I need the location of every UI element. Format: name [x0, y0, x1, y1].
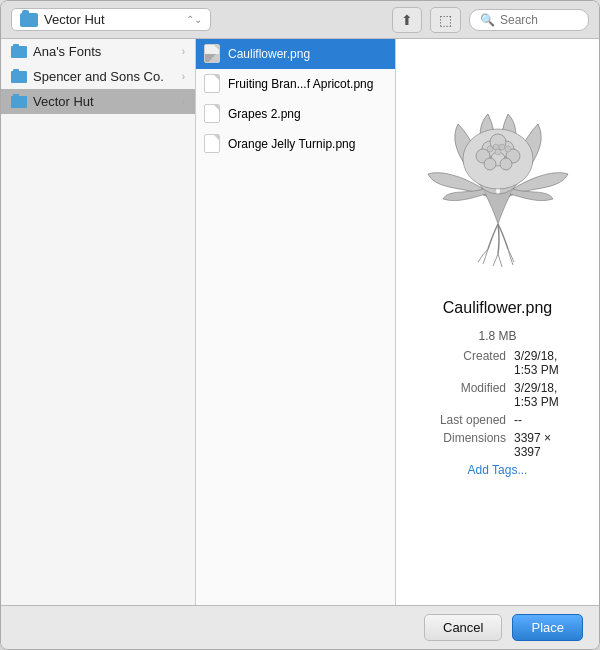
sidebar-item-label: Vector Hut [33, 94, 176, 109]
main-content: Ana's Fonts › Spencer and Sons Co. › Vec… [1, 39, 599, 605]
sidebar-item-label: Spencer and Sons Co. [33, 69, 176, 84]
folder-icon [11, 71, 27, 83]
place-button[interactable]: Place [512, 614, 583, 641]
file-name: Grapes 2.png [228, 107, 387, 121]
value-modified: 3/29/18, 1:53 PM [514, 381, 579, 409]
file-name: Orange Jelly Turnip.png [228, 137, 387, 151]
cancel-button[interactable]: Cancel [424, 614, 502, 641]
cauliflower-svg [418, 64, 578, 274]
sidebar-item-spencer-sons[interactable]: Spencer and Sons Co. › [1, 64, 195, 89]
file-icon [204, 74, 222, 94]
value-last-opened: -- [514, 413, 522, 427]
chevron-updown-icon: ⌃⌄ [186, 14, 202, 25]
file-icon [204, 134, 222, 154]
label-created: Created [416, 349, 506, 377]
bottom-bar: Cancel Place [1, 605, 599, 649]
value-created: 3/29/18, 1:53 PM [514, 349, 579, 377]
preview-image [413, 59, 583, 279]
meta-row-modified: Modified 3/29/18, 1:53 PM [416, 381, 579, 409]
file-icon [204, 104, 222, 124]
sidebar-item-label: Ana's Fonts [33, 44, 176, 59]
file-list: Cauliflower.png Fruiting Bran...f Aprico… [196, 39, 396, 605]
svg-point-8 [500, 158, 512, 170]
folder-icon [11, 96, 27, 108]
file-item-cauliflower[interactable]: Cauliflower.png [196, 39, 395, 69]
folder-selector[interactable]: Vector Hut ⌃⌄ [11, 8, 211, 31]
file-item-fruiting-bran[interactable]: Fruiting Bran...f Apricot.png [196, 69, 395, 99]
folder-icon [20, 13, 38, 27]
meta-row-dimensions: Dimensions 3397 × 3397 [416, 431, 579, 459]
sidebar-item-vector-hut[interactable]: Vector Hut › [1, 89, 195, 114]
arrow-icon: › [182, 71, 185, 82]
file-icon [204, 44, 222, 64]
file-item-grapes-2[interactable]: Grapes 2.png [196, 99, 395, 129]
share-button[interactable]: ⬆ [392, 7, 422, 33]
add-tags-link[interactable]: Add Tags... [416, 463, 579, 477]
meta-row-created: Created 3/29/18, 1:53 PM [416, 349, 579, 377]
preview-panel: Cauliflower.png 1.8 MB Created 3/29/18, … [396, 39, 599, 605]
file-name: Cauliflower.png [228, 47, 387, 61]
sidebar-item-anas-fonts[interactable]: Ana's Fonts › [1, 39, 195, 64]
view-button[interactable]: ⬚ [430, 7, 461, 33]
svg-point-12 [505, 146, 511, 152]
file-name: Fruiting Bran...f Apricot.png [228, 77, 387, 91]
folder-icon [11, 46, 27, 58]
file-metadata: Cauliflower.png 1.8 MB Created 3/29/18, … [406, 299, 589, 477]
label-last-opened: Last opened [416, 413, 506, 427]
arrow-icon: › [182, 96, 185, 107]
file-item-orange-jelly[interactable]: Orange Jelly Turnip.png [196, 129, 395, 159]
folder-name: Vector Hut [44, 12, 180, 27]
svg-point-7 [484, 158, 496, 170]
arrow-icon: › [182, 46, 185, 57]
file-size: 1.8 MB [416, 329, 579, 343]
search-box[interactable]: 🔍 [469, 9, 589, 31]
meta-row-last-opened: Last opened -- [416, 413, 579, 427]
label-dimensions: Dimensions [416, 431, 506, 459]
svg-point-9 [487, 146, 493, 152]
svg-point-11 [499, 144, 505, 150]
search-icon: 🔍 [480, 13, 495, 27]
preview-file-name: Cauliflower.png [416, 299, 579, 317]
value-dimensions: 3397 × 3397 [514, 431, 579, 459]
title-bar: Vector Hut ⌃⌄ ⬆ ⬚ 🔍 [1, 1, 599, 39]
label-modified: Modified [416, 381, 506, 409]
sidebar: Ana's Fonts › Spencer and Sons Co. › Vec… [1, 39, 196, 605]
search-input[interactable] [500, 13, 580, 27]
svg-point-13 [495, 149, 501, 155]
